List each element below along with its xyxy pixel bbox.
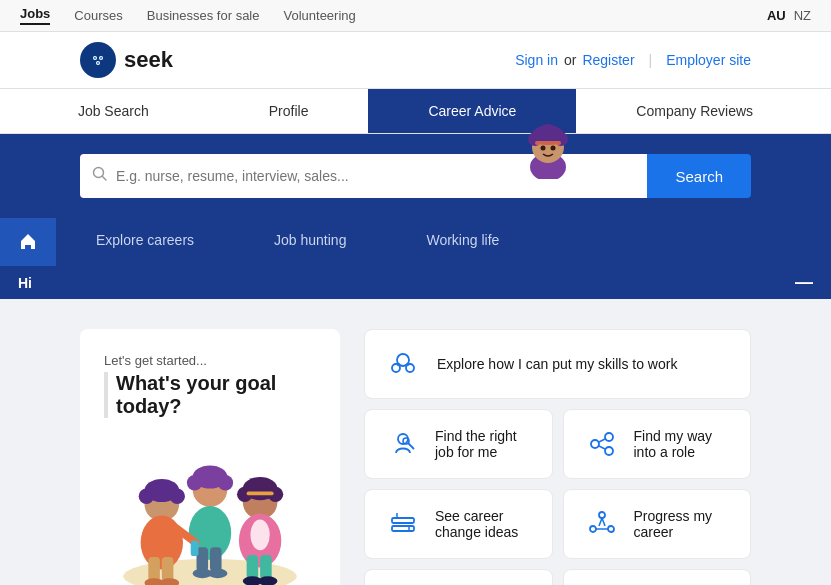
locale-switcher: AU NZ	[767, 8, 811, 23]
nav-job-search[interactable]: Job Search	[18, 89, 209, 133]
svg-rect-32	[210, 547, 222, 571]
svg-point-59	[605, 433, 613, 441]
svg-point-5	[100, 57, 102, 59]
characters-illustration	[104, 434, 316, 585]
search-icon	[92, 166, 108, 186]
svg-point-14	[551, 146, 556, 151]
svg-point-45	[208, 569, 227, 579]
minimize-icon[interactable]: —	[795, 272, 813, 293]
sub-navigation: Explore careers Job hunting Working life	[0, 218, 831, 266]
logo-text: seek	[124, 47, 173, 73]
peeking-character-illustration	[521, 119, 576, 174]
sub-nav-explore[interactable]: Explore careers	[56, 218, 234, 266]
top-nav-businesses[interactable]: Businesses for sale	[147, 8, 260, 23]
svg-rect-25	[162, 557, 174, 581]
svg-point-60	[605, 447, 613, 455]
svg-line-54	[406, 364, 409, 365]
svg-point-69	[608, 526, 614, 532]
sub-nav-home-button[interactable]	[0, 218, 56, 266]
svg-rect-15	[535, 141, 561, 145]
employer-site-link[interactable]: Employer site	[666, 52, 751, 68]
goal-card-skills[interactable]: Explore how I can put my skills to work	[364, 329, 751, 399]
svg-point-21	[139, 489, 154, 504]
main-navigation: Job Search Profile Career Advice Company…	[0, 89, 831, 134]
svg-rect-40	[247, 555, 259, 579]
svg-point-4	[94, 57, 96, 59]
goal-cards-row-3: See job growth trends Improve my resume	[364, 569, 751, 585]
svg-rect-63	[392, 518, 414, 523]
goal-cards-row-1: Find the right job for me Find my way in…	[364, 409, 751, 479]
goal-card-trends[interactable]: See job growth trends	[364, 569, 553, 585]
progress-icon	[584, 506, 620, 542]
goal-card-find-job-label: Find the right job for me	[435, 428, 532, 460]
locale-au[interactable]: AU	[767, 8, 786, 23]
goal-card-progress-label: Progress my career	[634, 508, 731, 540]
nav-company-reviews[interactable]: Company Reviews	[576, 89, 813, 133]
goal-card-into-role-label: Find my way into a role	[634, 428, 731, 460]
svg-point-39	[250, 519, 269, 550]
hi-bar: Hi —	[0, 266, 831, 299]
svg-point-6	[97, 62, 99, 64]
top-navigation: Jobs Courses Businesses for sale Volunte…	[0, 0, 831, 32]
logo[interactable]: seek	[80, 42, 173, 78]
top-nav-jobs[interactable]: Jobs	[20, 6, 50, 25]
auth-links: Sign in or Register | Employer site	[515, 52, 751, 68]
svg-point-28	[187, 475, 202, 490]
sign-in-link[interactable]: Sign in	[515, 52, 558, 68]
svg-rect-24	[148, 557, 160, 581]
svg-point-29	[218, 475, 233, 490]
goal-card-career-change-label: See career change ideas	[435, 508, 532, 540]
svg-line-53	[397, 364, 400, 365]
goal-card-skills-label: Explore how I can put my skills to work	[437, 356, 677, 372]
goal-cards-panel: Explore how I can put my skills to work …	[364, 329, 751, 585]
svg-point-22	[170, 489, 185, 504]
top-nav-courses[interactable]: Courses	[74, 8, 122, 23]
career-change-icon	[385, 506, 421, 542]
register-link[interactable]: Register	[582, 52, 634, 68]
goal-card-career-change[interactable]: See career change ideas	[364, 489, 553, 559]
goal-subtitle: Let's get started...	[104, 353, 316, 368]
locale-nz[interactable]: NZ	[794, 8, 811, 23]
find-job-icon	[385, 426, 421, 462]
nav-profile[interactable]: Profile	[209, 89, 369, 133]
goal-cards-row-2: See career change ideas Progress my care…	[364, 489, 751, 559]
svg-point-67	[599, 512, 605, 518]
svg-point-51	[392, 364, 400, 372]
svg-point-23	[141, 516, 183, 570]
svg-point-0	[88, 50, 108, 70]
goal-card-find-job[interactable]: Find the right job for me	[364, 409, 553, 479]
svg-line-62	[599, 446, 605, 449]
svg-point-52	[406, 364, 414, 372]
svg-line-71	[602, 518, 605, 526]
logo-icon	[80, 42, 116, 78]
svg-line-56	[408, 443, 414, 449]
svg-line-17	[103, 177, 107, 181]
svg-point-68	[590, 526, 596, 532]
top-nav-volunteering[interactable]: Volunteering	[284, 8, 356, 23]
sub-nav-working-life[interactable]: Working life	[386, 218, 539, 266]
search-button[interactable]: Search	[647, 154, 751, 198]
svg-point-58	[591, 440, 599, 448]
auth-divider: |	[649, 52, 653, 68]
goal-title: What's your goal today?	[104, 372, 316, 418]
hi-label: Hi	[18, 275, 32, 291]
into-role-icon	[584, 426, 620, 462]
site-header: seek Sign in or Register | Employer site	[0, 32, 831, 89]
svg-point-12	[540, 124, 556, 140]
skills-icon	[385, 346, 421, 382]
svg-rect-37	[247, 491, 274, 495]
goal-card-into-role[interactable]: Find my way into a role	[563, 409, 752, 479]
svg-rect-64	[392, 526, 414, 531]
svg-line-61	[599, 439, 605, 442]
goal-card-progress[interactable]: Progress my career	[563, 489, 752, 559]
content-area: Let's get started... What's your goal to…	[0, 299, 831, 585]
goal-panel: Let's get started... What's your goal to…	[80, 329, 340, 585]
svg-line-70	[599, 518, 602, 526]
goal-card-resume[interactable]: Improve my resume	[563, 569, 752, 585]
svg-rect-49	[191, 541, 199, 556]
svg-rect-41	[260, 555, 272, 579]
auth-or: or	[564, 52, 576, 68]
svg-point-13	[541, 146, 546, 151]
sub-nav-job-hunting[interactable]: Job hunting	[234, 218, 386, 266]
search-section: Search	[0, 134, 831, 218]
